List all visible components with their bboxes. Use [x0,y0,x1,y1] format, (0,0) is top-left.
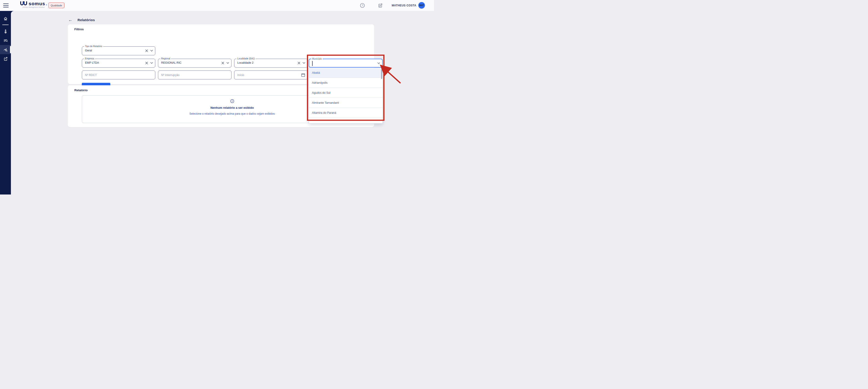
dropdown-scrollbar[interactable] [381,69,382,79]
tipo-relatorio-label: Tipo de Relatório [84,45,103,48]
list-search-icon [3,38,8,43]
sidebar-nav [0,11,11,194]
clear-icon[interactable] [145,61,148,65]
sidebar-divider [2,25,9,25]
info-icon [230,99,234,103]
page-header: ← Relatórios [68,18,95,22]
app-shell: ← Relatórios Filtros Tipo de Relatório G… [0,11,434,194]
empresa-label: Empresa [84,57,95,60]
regional-label: Regional [160,57,171,60]
chevron-down-icon[interactable] [377,62,380,64]
inicio-field[interactable] [234,70,308,80]
home-icon [3,17,8,21]
sidebar-item-external[interactable] [0,54,11,63]
localidade-value: Localidade 2 [237,61,253,64]
sidebar-item-search-list[interactable] [0,36,11,45]
regional-select[interactable]: Regional REGIONAL RIC [158,59,231,67]
municipio-select[interactable]: Município [309,59,383,67]
chevron-down-icon[interactable] [226,62,229,64]
avatar[interactable]: MAT [418,2,425,9]
page-title: Relatórios [78,18,95,22]
dropdown-option[interactable]: Agudos do Sul [309,88,383,98]
report-heading: Relatório [74,89,88,92]
filters-heading: Filtros [74,28,84,31]
tipo-relatorio-select[interactable]: Tipo de Relatório Geral [82,47,155,55]
n-rdct-field[interactable] [82,70,155,80]
dropdown-option[interactable]: Altamira do Paraná [309,108,383,118]
inicio-input[interactable] [235,71,307,79]
dropdown-option[interactable]: Adrianópolis [309,78,383,88]
help-icon[interactable]: ? [360,3,365,8]
brand-dot: . [46,1,47,6]
chevron-down-icon[interactable] [150,50,153,52]
n-rdct-input[interactable] [82,71,155,79]
brand-tagline: Utilities Management Solution [23,6,45,8]
clear-icon[interactable] [145,49,148,52]
external-link-icon [3,57,8,61]
user-name: MATHEUS COSTA [392,4,416,7]
brand-name: somus [29,1,45,6]
text-cursor [312,61,313,66]
dropdown-option[interactable]: Almirante Tamandaré [309,98,383,108]
sidebar-item-temperature[interactable] [0,27,11,36]
brand-logo: somus . Utilities Management Solution [20,1,47,8]
somus-logo-mark-icon [20,1,27,6]
compose-note-icon[interactable] [378,3,383,8]
hamburger-menu-icon[interactable] [3,3,9,7]
top-bar: somus . Utilities Management Solution Qu… [0,0,434,11]
clear-icon[interactable] [221,61,224,65]
n-interrupcao-field[interactable] [158,70,231,80]
back-button[interactable]: ← [68,18,72,22]
chevron-down-icon[interactable] [150,62,153,64]
calendar-icon[interactable] [301,73,305,77]
tipo-relatorio-value: Geral [85,49,92,52]
clear-icon[interactable] [298,61,301,65]
municipio-dropdown: Abatiá Adrianópolis Agudos do Sul Almira… [309,68,383,123]
main-content: ← Relatórios Filtros Tipo de Relatório G… [11,11,434,194]
localidade-select[interactable]: Localidade (EA1) Localidade 2 [234,59,308,67]
empresa-select[interactable]: Empresa EMP LTDA [82,59,155,67]
empresa-value: EMP LTDA [85,61,99,64]
module-badge: Qualidade [49,2,64,8]
localidade-label: Localidade (EA1) [237,57,256,60]
municipio-label: Município [311,58,323,60]
dropdown-option[interactable]: Abatiá [309,68,383,78]
chevron-down-icon[interactable] [303,62,305,64]
svg-text:?: ? [362,4,363,7]
analytics-search-icon [3,48,8,52]
regional-value: REGIONAL RIC [161,61,181,64]
n-interrupcao-input[interactable] [158,71,231,79]
thermometer-icon [3,29,8,34]
sidebar-item-home[interactable] [0,14,11,23]
sidebar-item-reports[interactable] [0,45,11,54]
